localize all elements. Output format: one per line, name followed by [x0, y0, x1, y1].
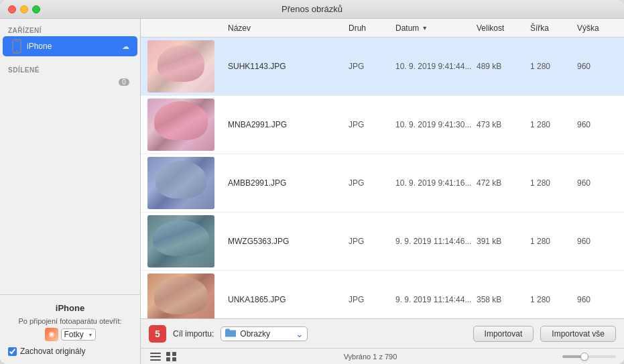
maximize-button[interactable] [32, 5, 40, 13]
zachovat-checkbox[interactable] [8, 347, 17, 356]
cell-height: 960 [577, 237, 617, 246]
import-logo: 5 [149, 325, 166, 343]
sdilene-section-label: SDÍLENÉ [0, 64, 140, 75]
fotky-app-icon [45, 328, 58, 341]
app-window: Přenos obrázků ZAŘÍZENÍ iPhone ☁ SDÍLENÉ [0, 0, 624, 364]
svg-rect-9 [172, 352, 176, 356]
import-all-button[interactable]: Importovat vše [540, 326, 616, 342]
bottom-bar: 5 Cíl importu: Obrazky ⌄ Importovat Impo… [141, 318, 624, 348]
cell-height: 960 [577, 120, 617, 129]
svg-rect-10 [166, 357, 170, 361]
thumb-cell [147, 40, 228, 93]
table-row[interactable]: MWZG5363.JPG JPG 9. 9. 2019 11:14:46... … [141, 213, 624, 271]
content-area: Název Druh Datum ▼ Velikost Šířka Výška … [141, 19, 624, 364]
cell-name: UNKA1865.JPG [228, 295, 349, 304]
table-row[interactable]: SUHK1143.JPG JPG 10. 9. 2019 9:41:44... … [141, 38, 624, 96]
th-nazev[interactable]: Název [228, 23, 349, 33]
cell-type: JPG [349, 62, 395, 71]
sidebar-spacer [0, 89, 140, 294]
titlebar: Přenos obrázků [0, 0, 624, 19]
checkbox-row: Zachovat originály [8, 347, 132, 356]
cell-date: 10. 9. 2019 9:41:44... [395, 62, 477, 71]
close-button[interactable] [8, 5, 16, 13]
svg-rect-7 [150, 359, 161, 361]
cell-type: JPG [349, 237, 395, 246]
sidebar-item-iphone[interactable]: iPhone ☁ [3, 36, 137, 56]
cell-width: 1 280 [530, 237, 577, 246]
status-text: Vybráno 1 z 790 [178, 353, 562, 361]
th-vyska[interactable]: Výška [577, 23, 617, 33]
app-dropdown[interactable]: Fotky [61, 328, 96, 341]
cell-type: JPG [349, 295, 395, 304]
folder-dropdown-wrapper: Obrazky ⌄ [221, 326, 308, 341]
th-druh[interactable]: Druh [349, 23, 395, 33]
cell-width: 1 280 [530, 295, 577, 304]
table-row[interactable]: AMBB2991.JPG JPG 10. 9. 2019 9:41:16... … [141, 154, 624, 213]
table-row[interactable]: UNKA1865.JPG JPG 9. 9. 2019 11:14:44... … [141, 271, 624, 318]
thumbnail [147, 215, 214, 267]
checkbox-label: Zachovat originály [20, 347, 85, 356]
cell-height: 960 [577, 295, 617, 304]
thumb-cell [147, 98, 228, 151]
th-sirka[interactable]: Šířka [530, 23, 577, 33]
cell-date: 10. 9. 2019 9:41:30... [395, 120, 477, 129]
cell-width: 1 280 [530, 178, 577, 188]
minimize-button[interactable] [20, 5, 28, 13]
thumbnail [147, 157, 214, 209]
svg-rect-6 [150, 356, 161, 357]
table-header: Název Druh Datum ▼ Velikost Šířka Výška [141, 19, 624, 38]
zoom-slider[interactable] [562, 355, 616, 358]
cell-size: 358 kB [477, 295, 530, 304]
cell-date: 10. 9. 2019 9:41:16... [395, 178, 477, 188]
cell-size: 472 kB [477, 178, 530, 188]
cell-height: 960 [577, 178, 617, 188]
import-button[interactable]: Importovat [473, 326, 534, 342]
cil-label: Cíl importu: [173, 329, 214, 339]
grid-view-button[interactable] [165, 351, 178, 362]
list-view-button[interactable] [149, 351, 162, 362]
cell-date: 9. 9. 2019 11:14:44... [395, 295, 477, 304]
window-title: Přenos obrázků [282, 4, 342, 14]
iphone-label: iPhone [27, 42, 118, 51]
th-datum[interactable]: Datum ▼ [395, 23, 477, 33]
sdilene-row: 0 [3, 76, 137, 88]
thumbnail [147, 40, 214, 93]
device-name-large: iPhone [8, 303, 132, 313]
datum-sort-icon: ▼ [422, 25, 428, 32]
cell-type: JPG [349, 120, 395, 129]
sidebar-bottom: iPhone Po připojení fotoaparátu otevřít:… [0, 294, 140, 364]
cell-name: AMBB2991.JPG [228, 178, 349, 188]
svg-point-4 [50, 333, 53, 336]
cell-width: 1 280 [530, 120, 577, 129]
table-row[interactable]: MNBA2991.JPG JPG 10. 9. 2019 9:41:30... … [141, 96, 624, 154]
cell-name: MWZG5363.JPG [228, 237, 349, 246]
dropdown-row: Fotky [8, 328, 132, 341]
svg-rect-5 [150, 353, 161, 354]
cell-width: 1 280 [530, 62, 577, 71]
svg-point-1 [16, 50, 17, 52]
open-label: Po připojení fotoaparátu otevřít: [8, 317, 132, 325]
folder-select[interactable]: Obrazky [221, 326, 308, 341]
th-velikost[interactable]: Velikost [477, 23, 530, 33]
thumbnail [147, 99, 214, 151]
slider-container [562, 355, 616, 358]
table-body: SUHK1143.JPG JPG 10. 9. 2019 9:41:44... … [141, 38, 624, 318]
thumbnail [147, 274, 214, 318]
cell-size: 473 kB [477, 120, 530, 129]
cell-size: 489 kB [477, 62, 530, 71]
sdilene-badge: 0 [119, 78, 129, 86]
view-icons [149, 351, 178, 362]
svg-rect-2 [15, 41, 19, 42]
cell-size: 391 kB [477, 237, 530, 246]
main-content: ZAŘÍZENÍ iPhone ☁ SDÍLENÉ 0 [0, 19, 624, 364]
cell-name: SUHK1143.JPG [228, 62, 349, 71]
svg-rect-8 [166, 352, 170, 356]
svg-rect-11 [172, 357, 176, 361]
cloud-icon: ☁ [122, 42, 129, 51]
traffic-lights [8, 5, 40, 13]
sidebar: ZAŘÍZENÍ iPhone ☁ SDÍLENÉ 0 [0, 19, 141, 364]
thumb-cell [147, 215, 228, 268]
iphone-icon [11, 39, 23, 54]
cell-date: 9. 9. 2019 11:14:46... [395, 237, 477, 246]
zarizeni-section-label: ZAŘÍZENÍ [0, 24, 140, 36]
